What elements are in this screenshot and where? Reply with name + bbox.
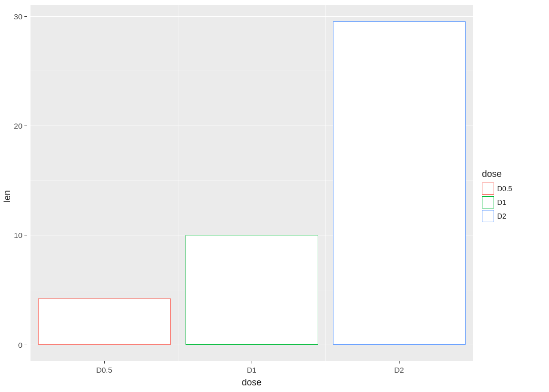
chart-figure: len dose 0102030 D0.5D1D2 dose D0.5D1D2 [0, 0, 549, 392]
legend-title: dose [482, 169, 512, 179]
grid-major-h [30, 16, 473, 17]
x-tick-label: D0.5 [96, 366, 112, 374]
legend-label: D2 [497, 212, 506, 220]
y-tick-label: 0 [0, 341, 24, 348]
legend-key [482, 210, 494, 222]
legend-key [482, 183, 494, 195]
legend-row: D2 [482, 210, 512, 222]
legend-items: D0.5D1D2 [482, 183, 512, 222]
bar-d0-5 [38, 298, 171, 344]
x-tick [399, 361, 400, 364]
x-tick-label: D1 [247, 366, 256, 374]
legend-label: D1 [497, 198, 506, 206]
y-axis-title: len [2, 190, 13, 202]
grid-minor-v [178, 5, 178, 361]
y-tick [24, 235, 27, 235]
legend-label: D0.5 [497, 185, 512, 193]
legend-row: D1 [482, 196, 512, 208]
legend: dose D0.5D1D2 [482, 169, 512, 224]
x-tick-label: D2 [394, 366, 404, 374]
x-tick [252, 361, 252, 364]
bar-d2 [333, 21, 466, 344]
y-tick [24, 345, 27, 345]
x-tick [104, 361, 105, 364]
bar-d1 [186, 235, 318, 344]
y-tick [24, 16, 27, 17]
y-tick-label: 30 [0, 12, 24, 20]
grid-major-h [30, 345, 473, 345]
grid-minor-v [325, 5, 326, 361]
legend-key [482, 196, 494, 208]
plot-panel [30, 5, 473, 361]
y-tick-label: 10 [0, 231, 24, 239]
y-tick-label: 20 [0, 122, 24, 129]
y-tick [24, 126, 27, 126]
x-axis-title: dose [30, 377, 473, 388]
legend-row: D0.5 [482, 183, 512, 195]
